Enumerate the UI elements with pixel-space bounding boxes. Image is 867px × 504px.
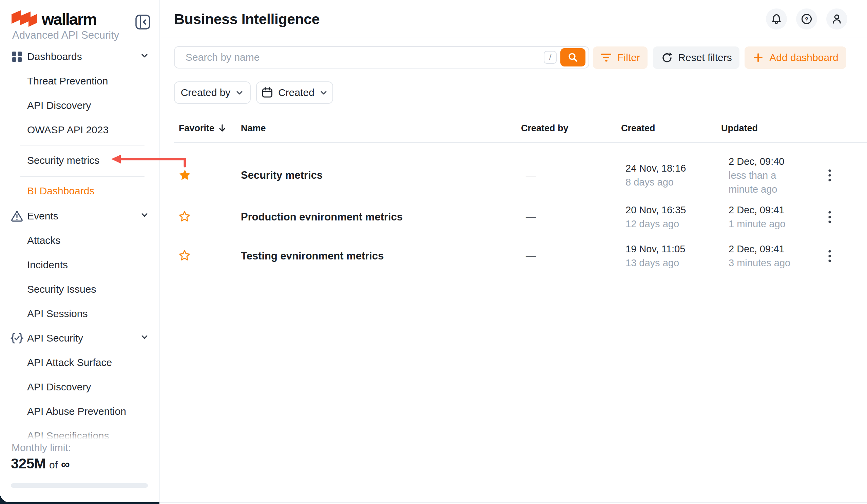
sort-descending-icon [218,124,226,132]
updated-relative: less than a minute ago [729,169,796,196]
monthly-limit-panel: Monthly limit: 325M of ∞ [0,439,159,502]
filter-icon [600,53,612,63]
sidebar-item-threat-prevention[interactable]: Threat Prevention [0,69,159,93]
question-icon: ? [800,12,813,25]
chevron-down-icon [140,210,149,222]
dashboard-name-link[interactable]: Production evnironment metrics [241,211,403,223]
search-bar: / [174,46,589,68]
sidebar-item-bi-dashboards[interactable]: BI Dashboards [0,179,159,203]
calendar-icon [261,86,274,99]
add-dashboard-button[interactable]: Add dashboard [745,46,846,69]
column-header-created: Created [621,119,655,137]
column-header-favorite[interactable]: Favorite [179,119,226,137]
search-button[interactable] [560,48,586,66]
row-actions-menu-icon[interactable] [823,248,836,264]
row-actions-menu-icon[interactable] [823,209,836,225]
sidebar-item-api-discovery-2[interactable]: API Discovery [0,375,159,399]
item-label: OWASP API 2023 [27,124,108,136]
created-cell: 24 Nov, 18:16 8 days ago [625,161,686,189]
collapse-sidebar-icon[interactable] [135,14,151,30]
svg-text:?: ? [805,16,808,23]
app-window: wallarm Advanced API Security [0,0,867,504]
infinity-symbol: ∞ [61,457,70,471]
sidebar-item-security-issues[interactable]: Security Issues [0,277,159,301]
monthly-limit-label: Monthly limit: [12,442,71,453]
item-label: API Discovery [27,381,91,393]
item-label: API Discovery [27,100,91,111]
sidebar-section-events[interactable]: Events [0,204,159,228]
favorite-star-outline-icon[interactable] [179,249,192,263]
column-header-name: Name [241,119,266,137]
brand-name: wallarm [42,10,96,29]
account-button[interactable] [826,9,847,30]
table-header: Favorite Name Created by Created Updated [160,119,867,137]
reset-filters-label: Reset filters [678,52,732,63]
reset-filters-button[interactable]: Reset filters [653,46,739,69]
user-icon [831,12,843,25]
table-row: Testing evnironment metrics — 19 Nov, 11… [160,240,867,272]
grid-icon [10,50,24,63]
sidebar-item-security-metrics[interactable]: Security metrics [0,148,159,173]
item-label: Attacks [27,235,60,246]
chevron-down-icon [235,88,244,97]
monthly-limit-of: of [49,459,58,471]
filter-button[interactable]: Filter [593,46,647,69]
item-label: API Sessions [27,308,87,320]
created-date: 19 Nov, 11:05 [625,242,685,256]
sidebar-nav: Dashboards Threat Prevention API Discove… [0,44,159,448]
monthly-limit-progressbar [11,483,148,488]
item-label: Threat Prevention [27,75,108,87]
column-header-updated: Updated [721,119,758,137]
sidebar-item-api-abuse-prevention[interactable]: API Abuse Prevention [0,399,159,423]
filter-label: Filter [617,52,640,63]
sidebar-item-incidents[interactable]: Incidents [0,253,159,277]
favorite-star-filled-icon[interactable] [179,169,192,182]
divider [20,176,144,177]
monthly-limit-value-line: 325M of ∞ [11,455,70,472]
created-relative: 13 days ago [625,256,685,270]
created-cell: 19 Nov, 11:05 13 days ago [625,242,685,270]
table-row: Production evnironment metrics — 20 Nov,… [160,202,867,233]
sidebar-item-attacks[interactable]: Attacks [0,228,159,253]
updated-date: 2 Dec, 09:40 [729,155,796,169]
bottom-light-edge [159,502,867,503]
help-button[interactable]: ? [796,9,817,30]
row-actions-menu-icon[interactable] [823,168,836,183]
created-by-value: — [526,250,536,262]
page-header: Business Intelligence ? [160,0,867,38]
created-relative: 8 days ago [625,175,686,189]
brand-logo[interactable]: wallarm [11,9,96,29]
brand-subtitle: Advanced API Security [12,29,119,41]
favorite-star-outline-icon[interactable] [179,210,192,224]
section-label: Events [27,210,58,222]
braces-check-icon [10,331,24,345]
sidebar-section-api-security[interactable]: API Security [0,326,159,350]
sidebar-item-api-attack-surface[interactable]: API Attack Surface [0,350,159,375]
bell-icon [770,12,783,25]
sidebar-item-owasp-api-2023[interactable]: OWASP API 2023 [0,118,159,142]
item-label: API Attack Surface [27,357,112,368]
main-content: Business Intelligence ? [160,0,867,502]
sidebar-section-dashboards[interactable]: Dashboards [0,44,159,69]
table-row: Security metrics — 24 Nov, 18:16 8 days … [160,149,867,202]
sidebar-item-api-discovery[interactable]: API Discovery [0,93,159,118]
sidebar: wallarm Advanced API Security [0,0,160,502]
created-by-filter-dropdown[interactable]: Created by [174,82,251,104]
created-relative: 12 days ago [625,217,686,231]
created-date-filter-dropdown[interactable]: Created [256,82,333,104]
chevron-down-icon [140,332,149,344]
chevron-down-icon [140,51,149,63]
favorite-header-label: Favorite [179,123,214,133]
header-actions: ? [766,9,847,30]
created-cell: 20 Nov, 16:35 12 days ago [625,203,686,231]
dashboard-name-link[interactable]: Security metrics [241,169,323,181]
table-header-divider [174,142,867,143]
notifications-button[interactable] [766,9,787,30]
dashboard-name-link[interactable]: Testing evnironment metrics [241,250,384,262]
column-header-created-by: Created by [521,119,568,137]
search-input[interactable] [174,46,589,68]
updated-date: 2 Dec, 09:41 [729,203,796,217]
wallarm-logo-icon [11,10,38,28]
item-label: API Abuse Prevention [27,406,126,417]
sidebar-item-api-sessions[interactable]: API Sessions [0,301,159,326]
